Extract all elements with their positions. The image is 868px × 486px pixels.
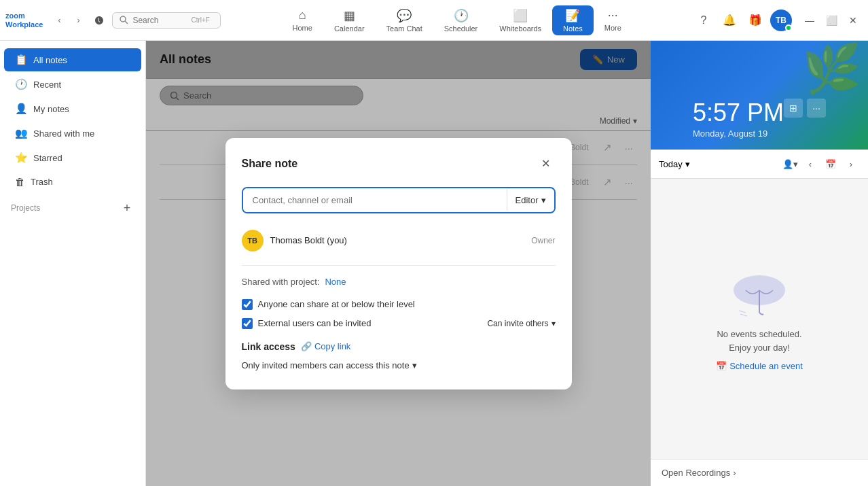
main-layout: 📋 All notes 🕐 Recent 👤 My notes 👥 Shared… — [0, 41, 868, 486]
all-notes-icon: 📋 — [15, 54, 28, 66]
add-project-button[interactable]: + — [120, 201, 134, 215]
arrow-right-icon: › — [733, 468, 736, 478]
whiteboards-icon: ⬜ — [513, 8, 528, 23]
nav-item-scheduler-label: Scheduler — [444, 24, 478, 33]
notes-icon: 📝 — [565, 8, 580, 23]
close-button[interactable]: ✕ — [844, 11, 863, 30]
nav-item-home[interactable]: ⌂ Home — [282, 5, 323, 35]
sidebar-item-my-notes-label: My notes — [33, 104, 69, 114]
online-indicator — [785, 24, 792, 31]
copy-link-button[interactable]: 🔗 Copy link — [301, 341, 350, 351]
share-input[interactable] — [243, 188, 507, 212]
sidebar-item-starred-label: Starred — [33, 153, 62, 163]
history-button[interactable] — [89, 10, 109, 31]
chevron-down-icon: ▾ — [412, 360, 417, 370]
share-input-row: Editor ▾ — [242, 187, 556, 213]
back-button[interactable]: ‹ — [51, 12, 67, 29]
link-access-section: Link access 🔗 Copy link Only invited mem… — [242, 333, 556, 373]
more-icon: ··· — [608, 8, 618, 22]
svg-line-7 — [740, 314, 747, 316]
forward-button[interactable]: › — [70, 12, 86, 29]
link-access-row: Link access 🔗 Copy link — [242, 341, 556, 352]
sidebar-item-all-notes-label: All notes — [33, 55, 67, 65]
recent-icon: 🕐 — [15, 78, 28, 90]
prev-button[interactable]: ‹ — [801, 155, 819, 173]
trash-icon: 🗑 — [15, 176, 25, 188]
sidebar: 📋 All notes 🕐 Recent 👤 My notes 👥 Shared… — [0, 41, 146, 486]
project-row: Shared with project: None — [242, 274, 556, 295]
search-box[interactable]: Ctrl+F — [112, 12, 221, 29]
calendar-view-button[interactable]: 📅 — [822, 155, 839, 173]
avatar[interactable]: TB — [770, 10, 792, 31]
current-time: 5:57 PM — [693, 99, 784, 127]
project-link[interactable]: None — [325, 277, 346, 287]
sidebar-item-all-notes[interactable]: 📋 All notes — [4, 48, 141, 71]
external-invite-checkbox[interactable] — [242, 318, 253, 329]
nav-item-more[interactable]: ··· More — [594, 5, 632, 35]
member-row: TB Thomas Boldt (you) Owner — [242, 224, 556, 257]
rp-nav: 👤▾ ‹ 📅 › — [781, 155, 860, 173]
projects-label: Projects — [11, 203, 40, 213]
share-note-modal: Share note ✕ Editor ▾ TB Thomas Boldt (y… — [225, 138, 572, 389]
sidebar-item-trash-label: Trash — [31, 177, 53, 187]
share-below-checkbox[interactable] — [242, 299, 253, 310]
rp-toolbar: Today ▾ 👤▾ ‹ 📅 › — [651, 150, 868, 179]
plant-decoration: 🌿 — [802, 41, 861, 97]
my-notes-icon: 👤 — [15, 103, 28, 115]
nav-item-notes[interactable]: 📝 Notes — [552, 5, 594, 35]
nav-item-team-chat[interactable]: 💬 Team Chat — [376, 5, 433, 35]
people-view-button[interactable]: 👤▾ — [781, 155, 799, 173]
nav-item-more-label: More — [604, 24, 621, 32]
editor-dropdown[interactable]: Editor ▾ — [507, 190, 554, 211]
member-name: Thomas Boldt (you) — [270, 235, 525, 245]
gift-button[interactable]: 🎁 — [744, 10, 766, 31]
access-dropdown[interactable]: Only invited members can access this not… — [242, 358, 417, 373]
umbrella-illustration — [725, 266, 793, 321]
right-panel: 🌿 5:57 PM Monday, August 19 ⊞ ··· Today … — [651, 41, 868, 486]
today-dropdown[interactable]: Today ▾ — [659, 159, 690, 169]
search-icon — [120, 16, 128, 24]
nav-items: ⌂ Home ▦ Calendar 💬 Team Chat 🕐 Schedule… — [223, 5, 690, 35]
home-icon: ⌂ — [299, 8, 306, 22]
sidebar-item-trash[interactable]: 🗑 Trash — [4, 171, 141, 193]
svg-line-1 — [125, 21, 128, 24]
help-button[interactable]: ? — [693, 10, 715, 31]
modal-title: Share note — [242, 158, 298, 170]
modal-header: Share note ✕ — [242, 154, 556, 173]
chevron-down-icon: ▾ — [551, 319, 556, 328]
logo-text: zoom Workplace — [5, 12, 43, 28]
share-below-label: Anyone can share at or below their level — [258, 299, 415, 309]
team-chat-icon: 💬 — [397, 8, 412, 23]
maximize-button[interactable]: ⬜ — [822, 11, 841, 30]
sidebar-item-my-notes[interactable]: 👤 My notes — [4, 97, 141, 120]
chevron-down-icon: ▾ — [685, 159, 690, 169]
checkbox-share-below: Anyone can share at or below their level — [242, 295, 556, 314]
next-button[interactable]: › — [842, 155, 860, 173]
sidebar-item-shared-with-me[interactable]: 👥 Shared with me — [4, 122, 141, 145]
nav-item-whiteboards[interactable]: ⬜ Whiteboards — [488, 5, 552, 35]
right-panel-header: 🌿 5:57 PM Monday, August 19 ⊞ ··· — [651, 41, 868, 150]
can-invite-dropdown[interactable]: Can invite others ▾ — [487, 319, 555, 328]
search-input[interactable] — [132, 16, 187, 25]
shared-icon: 👥 — [15, 127, 28, 139]
schedule-link[interactable]: 📅 Schedule an event — [716, 361, 803, 371]
schedule-icon: 📅 — [716, 361, 727, 371]
nav-item-whiteboards-label: Whiteboards — [499, 24, 541, 33]
notifications-button[interactable]: 🔔 — [719, 10, 740, 31]
open-recordings-button[interactable]: Open Recordings › — [662, 468, 857, 478]
nav-item-scheduler[interactable]: 🕐 Scheduler — [433, 5, 489, 35]
content-area: All notes ✏️ New Modified ▾ — [146, 41, 651, 486]
minimize-button[interactable]: — — [800, 11, 819, 30]
right-panel-body: Today ▾ 👤▾ ‹ 📅 › — [651, 150, 868, 459]
modal-close-button[interactable]: ✕ — [537, 154, 556, 173]
calendar-grid-button[interactable]: ⊞ — [784, 99, 803, 118]
right-icons: ? 🔔 🎁 TB — [693, 10, 792, 31]
sidebar-item-shared-label: Shared with me — [33, 128, 94, 139]
nav-item-calendar[interactable]: ▦ Calendar — [323, 5, 376, 35]
nav-item-calendar-label: Calendar — [334, 24, 365, 33]
sidebar-item-starred[interactable]: ⭐ Starred — [4, 146, 141, 169]
divider — [242, 265, 556, 266]
panel-more-button[interactable]: ··· — [807, 99, 826, 118]
rp-footer: Open Recordings › — [651, 459, 868, 486]
sidebar-item-recent[interactable]: 🕐 Recent — [4, 73, 141, 96]
